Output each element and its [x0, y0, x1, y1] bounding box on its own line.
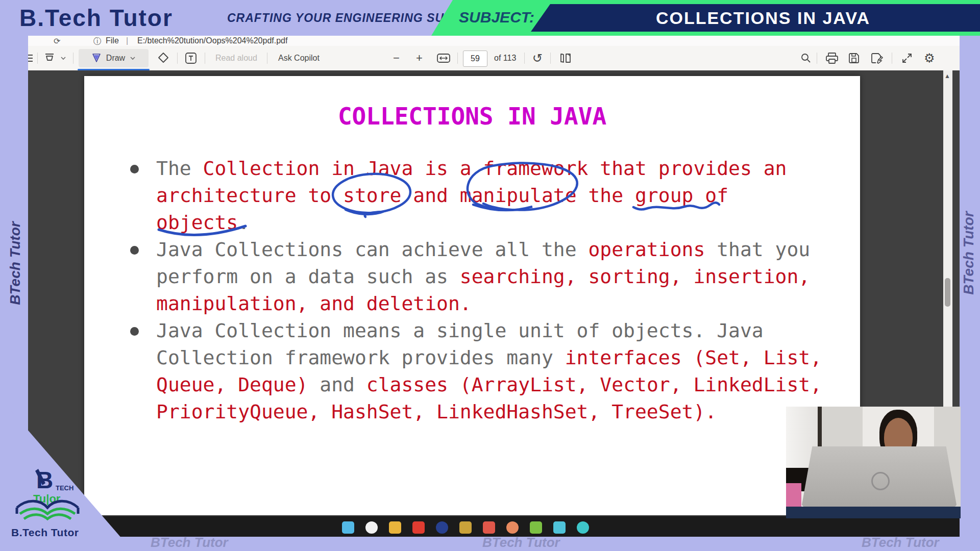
pdf-text-line: Java Collection means a single unit of o…: [84, 317, 860, 344]
taskbar-app-teal-circle[interactable]: [577, 521, 589, 534]
bullet-dot: [130, 165, 139, 173]
watermark-right-side: BTech Tutor: [961, 177, 977, 330]
fit-width-icon[interactable]: [436, 46, 451, 70]
highlighter-chevron-icon[interactable]: [60, 46, 67, 70]
eraser-icon[interactable]: [157, 46, 170, 70]
watermark-bottom-center: BTech Tutor: [482, 535, 560, 550]
pdf-text-line: objects.: [84, 209, 860, 236]
draw-button[interactable]: Draw: [79, 49, 149, 67]
logo-caption: B.Tech Tutor: [11, 527, 79, 539]
text-tool-icon[interactable]: [184, 46, 198, 70]
search-icon[interactable]: [800, 46, 812, 70]
ask-copilot-button[interactable]: Ask Copilot: [278, 46, 320, 70]
pdf-text-segment: Queue, Deque): [156, 373, 308, 396]
taskbar-app-teal-squares[interactable]: [342, 521, 354, 534]
pdf-text-segment: manipulation, and deletion.: [156, 292, 472, 315]
page-view-icon[interactable]: [559, 46, 572, 70]
webcam-pink-object: [786, 483, 801, 508]
print-icon[interactable]: [825, 46, 839, 70]
taskbar-app-pen[interactable]: [459, 521, 472, 534]
bullet-dot: [130, 327, 139, 336]
taskbar-app-folder[interactable]: [389, 521, 401, 534]
pdf-text-line: manipulation, and deletion.: [84, 290, 860, 317]
page-number-input[interactable]: [463, 51, 487, 67]
btech-tutor-logo: B TECH Tu|or: [13, 467, 89, 525]
separator: [457, 53, 458, 64]
pdf-toolbar: Draw Read aloud Ask Copilot − +: [28, 46, 960, 70]
separator: [892, 53, 892, 64]
zoom-out-button[interactable]: −: [393, 46, 400, 70]
pdf-text-segment: operations: [588, 238, 705, 261]
zoom-in-button[interactable]: +: [416, 46, 423, 70]
rotate-button[interactable]: ↺: [532, 46, 543, 70]
separator: [267, 53, 267, 64]
subject-label: SUBJECT:: [443, 9, 550, 26]
gear-glyph: ⚙: [924, 51, 935, 65]
pdf-text-line: Queue, Deque) and classes (ArrayList, Ve…: [84, 371, 860, 398]
pdf-text-segment: .: [238, 211, 250, 234]
pdf-text-segment: objects: [156, 211, 238, 234]
separator: [550, 53, 551, 64]
logo-book-pages: [20, 509, 75, 519]
scrollbar-thumb[interactable]: [945, 278, 950, 307]
pdf-text-line: architecture to store and manipulate the…: [84, 182, 860, 209]
pdf-page: COLLECTIONS IN JAVA The Collection in Ja…: [84, 76, 860, 515]
pdf-text-segment: interfaces (Set, List,: [565, 346, 822, 369]
reload-icon[interactable]: ⟳: [54, 36, 60, 46]
address-bar[interactable]: ⟳ ⓘ File | E:/btech%20tution/Oops%204%20…: [28, 36, 960, 46]
pdf-text-line: perform on a data such as searching, sor…: [84, 263, 860, 290]
logo-tech-text: TECH: [56, 484, 74, 492]
webcam-desk: [786, 507, 961, 518]
pdf-text-segment: perform on a data such as: [156, 265, 460, 288]
separator: [205, 53, 205, 64]
subject-title: COLLECTIONS IN JAVA: [561, 8, 965, 28]
draw-button-label: Draw: [106, 54, 125, 63]
pdf-text-line: The Collection in Java is a framework th…: [84, 155, 860, 182]
brand-title: B.Tech Tutor: [19, 4, 173, 32]
separator: [177, 53, 178, 64]
highlighter-icon[interactable]: [43, 46, 56, 70]
logo-b-letter: B: [36, 467, 53, 493]
pdf-text-segment: Java Collections can achieve all the: [156, 238, 588, 261]
url-divider: |: [126, 36, 128, 45]
taskbar-app-orange[interactable]: [506, 521, 519, 534]
screen: B.Tech Tutor CRAFTING YOUR ENGINEERING S…: [0, 0, 980, 551]
pdf-text-segment: Collection framework provides many: [156, 346, 565, 369]
pdf-text-segment: searching, sorting, insertion,: [460, 265, 810, 288]
pdf-text-segment: classes (ArrayList, Vector, LinkedList,: [366, 373, 822, 396]
pdf-text-segment: that you: [705, 238, 810, 261]
separator: [817, 53, 817, 64]
save-icon[interactable]: [848, 46, 860, 70]
taskbar-app-cyan[interactable]: [553, 521, 566, 534]
taskbar-app-green[interactable]: [530, 521, 542, 534]
ask-copilot-label: Ask Copilot: [278, 54, 320, 63]
pdf-text-segment: architecture to store and manipulate the…: [156, 184, 728, 207]
minus-icon: −: [393, 52, 400, 65]
taskbar-app-red-circle[interactable]: [412, 521, 425, 534]
separator: [73, 53, 74, 64]
taskbar-app-edge[interactable]: [365, 521, 378, 534]
separator: [524, 53, 525, 64]
taskbar-app-navy-circle[interactable]: [436, 521, 448, 534]
pdf-text-line: PriorityQueue, HashSet, LinkedHashSet, T…: [84, 398, 860, 425]
settings-gear-icon[interactable]: ⚙: [924, 46, 935, 70]
url-text[interactable]: E:/btech%20tution/Oops%204%20pdf.pdf: [137, 36, 287, 45]
menu-icon[interactable]: [28, 46, 34, 70]
pdf-text-segment: PriorityQueue, HashSet, LinkedHashSet, T…: [156, 400, 717, 423]
pdf-text-line: Java Collections can achieve all the ope…: [84, 236, 860, 263]
read-aloud-label: Read aloud: [215, 54, 257, 63]
draw-pen-icon: [91, 53, 102, 64]
page-info-icon[interactable]: ⓘ: [93, 36, 102, 46]
page-total-label: of 113: [494, 46, 516, 70]
scroll-up-icon[interactable]: ▲: [944, 72, 950, 80]
read-aloud-button[interactable]: Read aloud: [215, 46, 257, 70]
taskbar-app-coral[interactable]: [483, 521, 495, 534]
laptop-logo: [871, 472, 890, 490]
pdf-text: The Collection in Java is a framework th…: [84, 155, 860, 425]
save-as-icon[interactable]: [870, 46, 884, 70]
fullscreen-icon[interactable]: [901, 46, 913, 70]
bullet-dot: [130, 246, 139, 255]
top-banner: B.Tech Tutor CRAFTING YOUR ENGINEERING S…: [0, 0, 980, 36]
pdf-text-segment: The: [156, 157, 203, 180]
pdf-text-line: Collection framework provides many inter…: [84, 344, 860, 371]
